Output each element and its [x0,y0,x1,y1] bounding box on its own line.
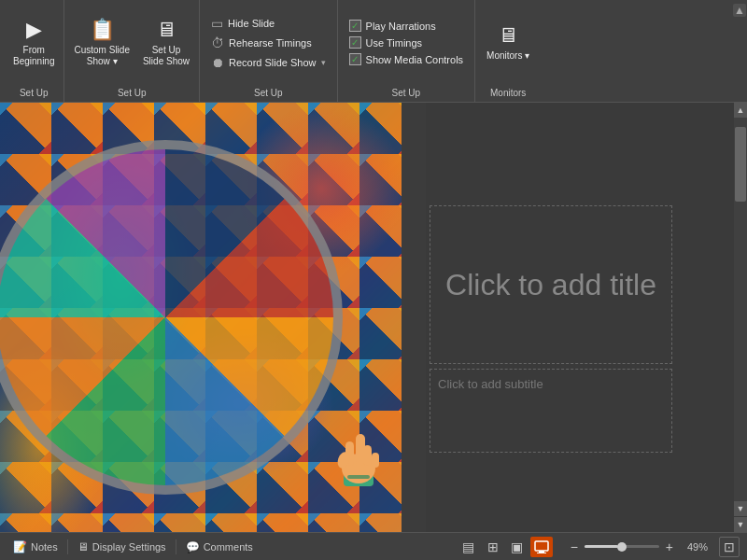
hand-cursor-icon [327,417,392,504]
zoom-in-button[interactable]: + [663,539,676,554]
slide-canvas: Click to add title Click to add subtitle [0,103,734,532]
fit-slide-button[interactable]: ⊡ [719,537,740,557]
notes-icon: 📝 [13,540,27,553]
slide-sorter-button[interactable]: ⊞ [482,537,504,557]
show-media-controls-checkbox[interactable]: ✓ Show Media Controls [345,51,468,67]
record-slide-show-button[interactable]: ⏺ Record Slide Show ▾ [207,53,330,72]
workspace: Click to add title Click to add subtitle [0,103,747,532]
monitors-icon: 🖥 [498,23,518,48]
svg-rect-10 [537,553,546,553]
scroll-up-button[interactable]: ▲ [734,103,747,118]
svg-rect-9 [539,551,544,553]
rehearse-timings-icon: ⏱ [211,35,224,50]
zoom-out-button[interactable]: − [568,539,581,554]
reading-view-button[interactable]: ▣ [506,537,529,557]
vertical-scrollbar[interactable]: ▲ ▼ ▼ [734,103,747,532]
scroll-thumb[interactable] [735,127,746,202]
svg-rect-7 [347,475,370,479]
collapse-ribbon-button[interactable]: ▲ [733,4,746,17]
display-settings-icon: 🖥 [78,540,89,553]
svg-rect-4 [363,445,372,466]
zoom-slider[interactable] [585,545,659,548]
rehearse-timings-button[interactable]: ⏱ Rehearse Timings [207,34,330,52]
from-beginning-button[interactable]: ▶ FromBeginning [7,10,60,76]
status-separator-2 [176,539,176,554]
ribbon-group-label-checkboxes: Set Up [338,88,475,98]
comments-icon: 💬 [186,540,200,553]
zoom-slider-fill [585,545,618,548]
scroll-page-down-button[interactable]: ▼ [734,517,747,532]
setup-slide-show-button[interactable]: 🖥 Set UpSlide Show [137,10,195,76]
slide-title-box[interactable]: Click to add title [430,205,672,364]
zoom-percent-label[interactable]: 49% [680,541,708,553]
record-slide-show-icon: ⏺ [211,55,224,70]
ribbon-group-label-setup: Set Up [64,88,199,98]
ribbon-group-checkboxes: ✓ Play Narrations ✓ Use Timings ✓ Show M… [338,0,476,102]
from-beginning-icon: ▶ [26,18,42,42]
hide-slide-icon: ▭ [211,16,223,31]
display-settings-button[interactable]: 🖥 Display Settings [72,539,172,555]
slideshow-view-button[interactable] [530,537,553,557]
comments-button[interactable]: 💬 Comments [180,539,259,555]
scroll-track[interactable] [734,118,747,501]
status-separator-1 [67,539,68,554]
setup-slide-show-icon: 🖥 [156,18,176,42]
ribbon-group-from-beginning: ▶ FromBeginning Set Up [4,0,64,102]
custom-slide-show-button[interactable]: 📋 Custom Slide Show ▾ [68,10,134,76]
normal-view-button[interactable]: ▤ [458,537,480,557]
use-timings-checkbox[interactable]: ✓ Use Timings [345,35,468,50]
hide-slide-button[interactable]: ▭ Hide Slide [207,14,330,33]
view-buttons: ▤ ⊞ ▣ [458,537,553,557]
ribbon-group-monitors: 🖥 Monitors ▾ Monitors [475,0,541,102]
ribbon-group-label-monitors: Monitors [475,88,541,98]
zoom-slider-thumb[interactable] [617,542,627,552]
zoom-area: − + 49% [568,539,708,554]
custom-slide-show-icon: 📋 [90,18,115,42]
play-narrations-checkbox[interactable]: ✓ Play Narrations [345,18,468,34]
ribbon: ▶ FromBeginning Set Up 📋 Custom Slide Sh… [0,0,747,103]
slide-subtitle-box[interactable]: Click to add subtitle [430,369,672,453]
ribbon-group-label-small: Set Up [200,88,337,98]
use-timings-check-icon: ✓ [349,36,361,49]
ribbon-group-small-commands: ▭ Hide Slide ⏱ Rehearse Timings ⏺ Record… [200,0,338,102]
status-bar: 📝 Notes 🖥 Display Settings 💬 Comments ▤ … [0,532,747,560]
slide-title-placeholder: Click to add title [445,267,656,302]
svg-rect-5 [372,453,379,468]
scroll-down-button[interactable]: ▼ [734,501,747,516]
svg-rect-8 [535,541,548,551]
show-media-controls-check-icon: ✓ [349,53,361,65]
circle-mosaic [0,140,343,495]
notes-button[interactable]: 📝 Notes [7,539,63,555]
monitors-button[interactable]: 🖥 Monitors ▾ [481,10,535,76]
play-narrations-check-icon: ✓ [349,20,361,32]
ribbon-group-setup: 📋 Custom Slide Show ▾ 🖥 Set UpSlide Show… [64,0,200,102]
slide-subtitle-placeholder: Click to add subtitle [438,377,664,391]
ribbon-group-label-start: Set Up [4,88,63,98]
